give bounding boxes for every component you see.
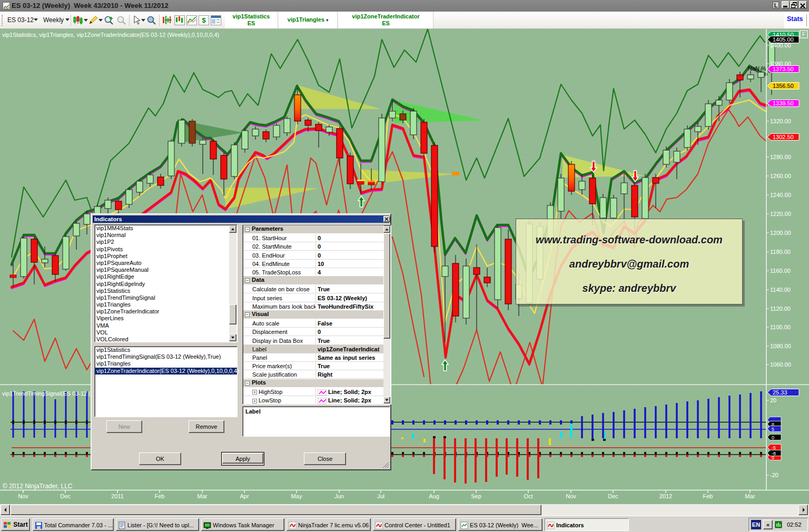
svg-text:1140.00: 1140.00	[770, 287, 791, 293]
svg-text:Apr: Apr	[240, 493, 249, 499]
svg-text:Sep: Sep	[471, 493, 481, 499]
svg-text:25.33: 25.33	[773, 389, 787, 396]
svg-text:F: F	[802, 32, 805, 37]
svg-text:1260.00: 1260.00	[770, 173, 791, 179]
svg-text:Oct: Oct	[524, 493, 532, 499]
svg-text:1373.50: 1373.50	[773, 66, 794, 72]
svg-text:1356.50: 1356.50	[773, 83, 794, 89]
svg-text:Dec: Dec	[608, 493, 618, 499]
svg-text:May: May	[291, 493, 302, 499]
svg-text:Jun: Jun	[334, 493, 344, 499]
svg-text:1100.00: 1100.00	[770, 324, 791, 330]
svg-text:Jul: Jul	[377, 493, 384, 499]
svg-text:1320.00: 1320.00	[770, 118, 791, 124]
svg-text:1405.00: 1405.00	[773, 36, 794, 43]
svg-text:Nov: Nov	[18, 493, 28, 499]
svg-text:5: 5	[772, 427, 774, 432]
svg-text:1280.00: 1280.00	[770, 154, 791, 160]
svg-text:Aug: Aug	[429, 493, 439, 499]
svg-text:1240.00: 1240.00	[770, 192, 791, 198]
svg-text:0: 0	[772, 435, 774, 440]
svg-text:Mar: Mar	[198, 493, 208, 499]
svg-text:2012: 2012	[659, 493, 672, 499]
svg-text:1160.00: 1160.00	[770, 268, 791, 274]
svg-text:1080.00: 1080.00	[770, 343, 791, 349]
svg-text:1302.50: 1302.50	[773, 134, 794, 140]
svg-text:Dec: Dec	[60, 493, 71, 499]
svg-text:Feb: Feb	[703, 493, 713, 499]
svg-text:NaN %: NaN %	[748, 65, 766, 72]
svg-text:© 2012 NinjaTrader, LLC: © 2012 NinjaTrader, LLC	[3, 482, 73, 490]
svg-text:-20: -20	[770, 472, 778, 478]
svg-text:1120.00: 1120.00	[770, 306, 791, 312]
svg-text:Nov: Nov	[566, 493, 576, 499]
svg-text:-5: -5	[772, 445, 776, 450]
svg-text:$: $	[202, 16, 206, 24]
svg-text:vip1Statistics, vip1Triangles,: vip1Statistics, vip1Triangles, vip1ZoneT…	[2, 32, 219, 38]
svg-text:1200.00: 1200.00	[770, 230, 791, 236]
svg-text:1180.00: 1180.00	[770, 249, 791, 255]
svg-text:1220.00: 1220.00	[770, 211, 791, 217]
svg-text:Feb: Feb	[155, 493, 165, 499]
svg-text:vip1TrendTimingSignal(ES 03-12: vip1TrendTimingSignal(ES 03-12 (W	[2, 390, 96, 397]
svg-text:20: 20	[770, 397, 776, 403]
svg-text:1339.50: 1339.50	[773, 100, 794, 106]
svg-text:-8: -8	[772, 451, 776, 456]
svg-text:1060.00: 1060.00	[770, 361, 791, 368]
svg-text:2011: 2011	[111, 493, 124, 499]
svg-text:Mar: Mar	[745, 493, 755, 499]
